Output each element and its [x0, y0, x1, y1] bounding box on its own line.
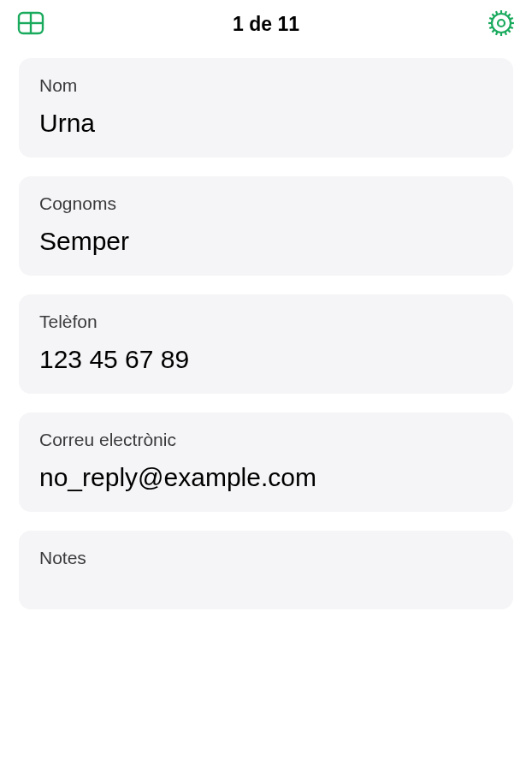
svg-line-9 [492, 14, 494, 16]
svg-point-3 [492, 14, 511, 33]
notes-label: Notes [39, 548, 493, 568]
phone-field[interactable] [39, 344, 493, 375]
svg-line-19 [489, 18, 493, 19]
phone-label: Telèfon [39, 312, 493, 332]
svg-line-20 [510, 27, 513, 27]
grid-view-button[interactable] [15, 9, 46, 39]
svg-line-11 [492, 29, 494, 32]
phone-card[interactable]: Telèfon [19, 294, 513, 394]
email-label: Correu electrònic [39, 430, 493, 450]
surname-field[interactable] [39, 226, 493, 257]
name-label: Nom [39, 75, 493, 96]
page-position-title: 1 de 11 [46, 13, 486, 36]
gear-icon [488, 9, 515, 39]
name-field[interactable] [39, 108, 493, 139]
svg-line-10 [508, 29, 511, 32]
svg-line-13 [496, 11, 497, 15]
svg-line-12 [508, 14, 511, 16]
settings-button[interactable] [486, 9, 517, 39]
svg-line-18 [496, 32, 497, 35]
svg-line-15 [489, 27, 493, 27]
surname-card[interactable]: Cognoms [19, 176, 513, 276]
form-content: Nom Cognoms Telèfon Correu electrònic No… [0, 48, 532, 609]
svg-line-17 [505, 11, 506, 15]
name-card[interactable]: Nom [19, 58, 513, 157]
email-field[interactable] [39, 462, 493, 493]
grid-icon [17, 11, 44, 38]
email-card[interactable]: Correu electrònic [19, 413, 513, 512]
surname-label: Cognoms [39, 193, 493, 214]
svg-point-4 [498, 20, 505, 27]
notes-card[interactable]: Notes [19, 531, 513, 609]
svg-line-14 [505, 32, 506, 35]
header-bar: 1 de 11 [0, 0, 532, 48]
svg-line-16 [510, 18, 513, 19]
